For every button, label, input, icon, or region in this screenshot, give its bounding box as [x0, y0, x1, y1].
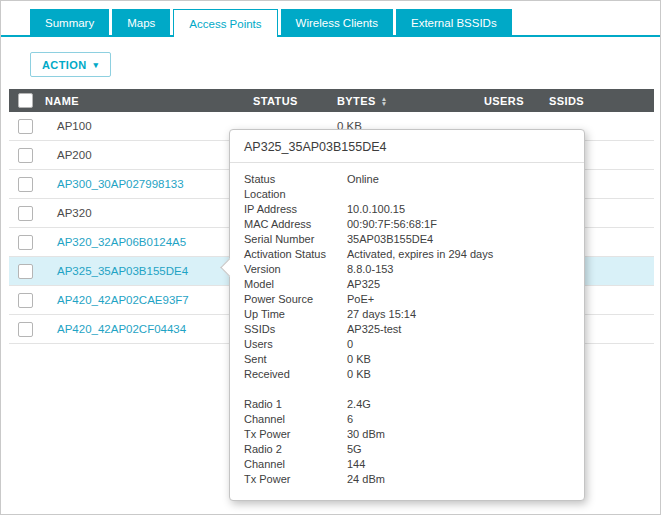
ap-details-popover: AP325_35AP03B155DE4 Status Online Locati…	[229, 129, 585, 501]
name-cell: AP420_42AP02CAE93F7	[41, 294, 253, 306]
ap-name-link[interactable]: AP325_35AP03B155DE4	[57, 265, 188, 277]
column-header-name[interactable]: NAME	[41, 95, 253, 107]
select-all-checkbox[interactable]	[18, 93, 33, 108]
tab-label: Maps	[127, 17, 155, 29]
ap-name-link[interactable]: AP320	[57, 207, 92, 219]
ap-name-link[interactable]: AP100	[57, 120, 92, 132]
tab-bar: Summary Maps Access Points Wireless Clie…	[30, 9, 512, 37]
detail-row: Tx Power 24 dBm	[244, 472, 570, 487]
detail-value	[347, 187, 570, 202]
detail-label: Received	[244, 367, 347, 382]
name-cell: AP100	[41, 120, 253, 132]
detail-value: 30 dBm	[347, 427, 570, 442]
detail-row: Channel 144	[244, 457, 570, 472]
detail-row: Radio 1 2.4G	[244, 397, 570, 412]
detail-row: Radio 2 5G	[244, 442, 570, 457]
name-cell: AP320_32AP06B0124A5	[41, 236, 253, 248]
detail-row: IP Address 10.0.100.15	[244, 202, 570, 217]
detail-value: Activated, expires in 294 days	[347, 247, 570, 262]
row-checkbox[interactable]	[18, 177, 33, 192]
row-checkbox[interactable]	[18, 293, 33, 308]
column-header-bytes-label: BYTES	[337, 95, 376, 107]
tab[interactable]: Summary	[30, 9, 109, 37]
row-checkbox-cell	[9, 119, 41, 134]
detail-row: Version 8.8.0-153	[244, 262, 570, 277]
detail-label: SSIDs	[244, 322, 347, 337]
row-checkbox[interactable]	[18, 322, 33, 337]
detail-label: Tx Power	[244, 472, 347, 487]
detail-value: AP325	[347, 277, 570, 292]
tab[interactable]: Maps	[112, 9, 170, 37]
detail-row: Channel 6	[244, 412, 570, 427]
detail-row: Location	[244, 187, 570, 202]
row-checkbox[interactable]	[18, 148, 33, 163]
sort-icon[interactable]: ▲ ▼	[381, 96, 388, 106]
tab-label: Summary	[45, 17, 94, 29]
table-header: NAME STATUS BYTES ▲ ▼ USERS SSIDS	[9, 89, 654, 112]
detail-label: Activation Status	[244, 247, 347, 262]
popover-title: AP325_35AP03B155DE4	[230, 130, 584, 163]
detail-row: Received 0 KB	[244, 367, 570, 382]
ap-name-link[interactable]: AP200	[57, 149, 92, 161]
detail-label: MAC Address	[244, 217, 347, 232]
detail-label: Radio 1	[244, 397, 347, 412]
popover-body: Status Online Location IP Address 10.0.1…	[230, 163, 584, 487]
detail-value: 0 KB	[347, 352, 570, 367]
detail-row: Model AP325	[244, 277, 570, 292]
tab[interactable]: Wireless Clients	[281, 9, 393, 37]
detail-value: 5G	[347, 442, 570, 457]
detail-label: Users	[244, 337, 347, 352]
action-button-label: ACTION	[42, 59, 87, 71]
tab-label: External BSSIDs	[411, 17, 497, 29]
row-checkbox[interactable]	[18, 119, 33, 134]
action-button[interactable]: ACTION ▾	[30, 52, 111, 77]
detail-value: 10.0.100.15	[347, 202, 570, 217]
name-cell: AP420_42AP02CF04434	[41, 323, 253, 335]
detail-row: Users 0	[244, 337, 570, 352]
detail-row: SSIDs AP325-test	[244, 322, 570, 337]
detail-value: 2.4G	[347, 397, 570, 412]
detail-label: Version	[244, 262, 347, 277]
column-header-bytes[interactable]: BYTES ▲ ▼	[333, 95, 476, 107]
detail-label: Serial Number	[244, 232, 347, 247]
ap-name-link[interactable]: AP320_32AP06B0124A5	[57, 236, 186, 248]
column-header-users[interactable]: USERS	[476, 95, 541, 107]
name-cell: AP320	[41, 207, 253, 219]
detail-value: AP325-test	[347, 322, 570, 337]
column-header-status[interactable]: STATUS	[253, 95, 333, 107]
ap-name-link[interactable]: AP420_42AP02CF04434	[57, 323, 186, 335]
row-checkbox[interactable]	[18, 264, 33, 279]
detail-value: 6	[347, 412, 570, 427]
detail-value: 24 dBm	[347, 472, 570, 487]
access-points-page: Summary Maps Access Points Wireless Clie…	[0, 0, 661, 515]
row-checkbox[interactable]	[18, 235, 33, 250]
row-checkbox-cell	[9, 177, 41, 192]
detail-value: 8.8.0-153	[347, 262, 570, 277]
detail-value: 0 KB	[347, 367, 570, 382]
detail-row: Up Time 27 days 15:14	[244, 307, 570, 322]
detail-value: PoE+	[347, 292, 570, 307]
detail-row: MAC Address 00:90:7F:56:68:1F	[244, 217, 570, 232]
detail-label: Model	[244, 277, 347, 292]
detail-value: 27 days 15:14	[347, 307, 570, 322]
detail-value: Online	[347, 172, 570, 187]
name-cell: AP200	[41, 149, 253, 161]
detail-row: Activation Status Activated, expires in …	[244, 247, 570, 262]
detail-row: Status Online	[244, 172, 570, 187]
tab[interactable]: External BSSIDs	[396, 9, 512, 37]
row-checkbox-cell	[9, 322, 41, 337]
row-checkbox[interactable]	[18, 206, 33, 221]
detail-value: 35AP03B155DE4	[347, 232, 570, 247]
column-header-ssids[interactable]: SSIDS	[541, 95, 654, 107]
detail-label: Status	[244, 172, 347, 187]
ap-name-link[interactable]: AP420_42AP02CAE93F7	[57, 294, 189, 306]
ap-name-link[interactable]: AP300_30AP027998133	[57, 178, 184, 190]
tab[interactable]: Access Points	[173, 9, 277, 37]
header-checkbox-cell	[9, 93, 41, 108]
detail-label: Up Time	[244, 307, 347, 322]
detail-label: Channel	[244, 457, 347, 472]
chevron-down-icon: ▾	[94, 60, 99, 70]
detail-label: Location	[244, 187, 347, 202]
detail-label: Sent	[244, 352, 347, 367]
row-checkbox-cell	[9, 206, 41, 221]
